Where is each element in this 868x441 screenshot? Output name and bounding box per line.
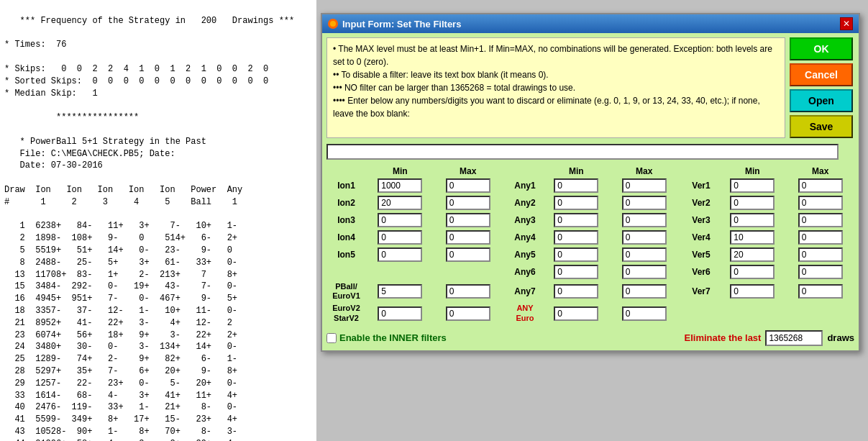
label-any6: Any6 <box>508 263 542 281</box>
any5-min[interactable] <box>554 247 598 262</box>
info-line-2: •• To disable a filter: leave its text b… <box>333 68 779 81</box>
label-any2: Any2 <box>508 194 542 212</box>
close-button[interactable]: ✕ <box>840 17 853 30</box>
label-any5: Any5 <box>508 246 542 263</box>
any2-min[interactable] <box>554 196 598 210</box>
label-ver5: Ver5 <box>684 246 718 263</box>
input-form-dialog: Input Form: Set The Filters ✕ • The MAX … <box>321 13 860 352</box>
ver6-max[interactable] <box>798 265 843 279</box>
enable-inner-checkbox[interactable] <box>326 333 337 343</box>
label-ion4: Ion4 <box>326 229 366 246</box>
filter-row-1: Ion1 Any1 Ver1 <box>326 177 854 194</box>
label-ion1: Ion1 <box>326 177 366 194</box>
discard-input[interactable] <box>326 144 839 160</box>
ver7-max[interactable] <box>798 284 843 299</box>
title-bar: Input Form: Set The Filters ✕ <box>322 14 859 33</box>
ion2-max[interactable] <box>446 196 490 210</box>
label-ver2: Ver2 <box>684 194 718 212</box>
ion5-max[interactable] <box>446 247 490 262</box>
label-eurov2: EuroV2StarV2 <box>326 302 366 324</box>
eliminate-label: Eliminate the last <box>685 332 762 343</box>
open-button[interactable]: Open <box>790 89 853 112</box>
label-ion5: Ion5 <box>326 246 366 263</box>
anyeuro-min[interactable] <box>554 306 598 321</box>
filter-row-2: Ion2 Any2 Ver2 <box>326 194 854 212</box>
filter-row-7: PBall/EuroV1 Any7 Ver7 <box>326 281 854 302</box>
label-ver7: Ver7 <box>684 281 718 302</box>
ion4-max[interactable] <box>446 230 490 245</box>
ok-button[interactable]: OK <box>790 37 853 60</box>
label-anyeuro: ANYEuro <box>508 302 542 324</box>
any5-max[interactable] <box>622 247 667 262</box>
ion2-min[interactable] <box>378 196 422 210</box>
filter-row-5: Ion5 Any5 Ver5 <box>326 246 854 263</box>
ion3-min[interactable] <box>378 213 422 227</box>
label-any7: Any7 <box>508 281 542 302</box>
filter-row-4: Ion4 Any4 Ver4 <box>326 229 854 246</box>
label-ver4: Ver4 <box>684 229 718 246</box>
any3-min[interactable] <box>554 213 598 227</box>
info-line-1: • The MAX level must be at least Min+1. … <box>333 42 779 68</box>
info-line-3: ••• NO filter can be larger than 1365268… <box>333 81 779 94</box>
any7-min[interactable] <box>554 284 598 299</box>
label-pball: PBall/EuroV1 <box>326 281 366 302</box>
dialog-top: • The MAX level must be at least Min+1. … <box>322 33 859 142</box>
col-header-min2: Min <box>542 165 611 177</box>
label-any3: Any3 <box>508 212 542 229</box>
dialog-icon <box>328 19 338 29</box>
enable-inner-label[interactable]: Enable the INNER filters <box>339 332 447 343</box>
ion4-min[interactable] <box>378 230 422 245</box>
any1-max[interactable] <box>622 178 667 193</box>
ver5-min[interactable] <box>730 247 775 262</box>
info-line-4: •••• Enter below any numbers/digits you … <box>333 94 779 120</box>
any4-max[interactable] <box>622 230 667 245</box>
pball-min[interactable] <box>378 284 422 299</box>
bottom-bar: Enable the INNER filters Eliminate the l… <box>322 327 859 350</box>
dialog-title: Input Form: Set The Filters <box>342 19 461 29</box>
eurov2-max[interactable] <box>446 306 490 321</box>
label-ion2: Ion2 <box>326 194 366 212</box>
any6-max[interactable] <box>622 265 667 279</box>
any3-max[interactable] <box>622 213 667 227</box>
save-button[interactable]: Save <box>790 115 853 138</box>
pball-max[interactable] <box>446 284 490 299</box>
background-text: *** Frequency of the Strategy in 200 Dra… <box>0 0 316 441</box>
filter-row-6: Any6 Ver6 <box>326 263 854 281</box>
ver3-max[interactable] <box>798 213 843 227</box>
eurov2-min[interactable] <box>378 306 422 321</box>
cancel-button[interactable]: Cancel <box>790 63 853 86</box>
ion3-max[interactable] <box>446 213 490 227</box>
filter-row-3: Ion3 Any3 Ver3 <box>326 212 854 229</box>
any6-min[interactable] <box>554 265 598 279</box>
ver7-min[interactable] <box>730 284 775 299</box>
anyeuro-max[interactable] <box>622 306 667 321</box>
ver6-min[interactable] <box>730 265 775 279</box>
label-any4: Any4 <box>508 229 542 246</box>
eliminate-input[interactable] <box>765 330 823 346</box>
ver2-min[interactable] <box>730 196 775 210</box>
ver3-min[interactable] <box>730 213 775 227</box>
ver1-min[interactable] <box>730 178 775 193</box>
any2-max[interactable] <box>622 196 667 210</box>
enable-inner-checkbox-area: Enable the INNER filters <box>326 332 447 343</box>
ion1-max[interactable] <box>446 178 490 193</box>
col-header-max3: Max <box>787 165 855 177</box>
ver1-max[interactable] <box>798 178 843 193</box>
ver2-max[interactable] <box>798 196 843 210</box>
ver4-max[interactable] <box>798 230 843 245</box>
col-header-min3: Min <box>718 165 787 177</box>
buttons-panel: OK Cancel Open Save <box>790 37 854 138</box>
any4-min[interactable] <box>554 230 598 245</box>
label-ver1: Ver1 <box>684 177 718 194</box>
ver5-max[interactable] <box>798 247 843 262</box>
any1-min[interactable] <box>554 178 598 193</box>
ver4-min[interactable] <box>730 230 775 245</box>
label-ver3: Ver3 <box>684 212 718 229</box>
label-ion3: Ion3 <box>326 212 366 229</box>
ion5-min[interactable] <box>378 247 422 262</box>
any7-max[interactable] <box>622 284 667 299</box>
ion1-min[interactable] <box>378 178 422 193</box>
eliminate-section: Eliminate the last draws <box>685 330 855 346</box>
filter-grid: Min Max Min Max Min Max Ion1 <box>322 164 859 327</box>
label-ver6: Ver6 <box>684 263 718 281</box>
